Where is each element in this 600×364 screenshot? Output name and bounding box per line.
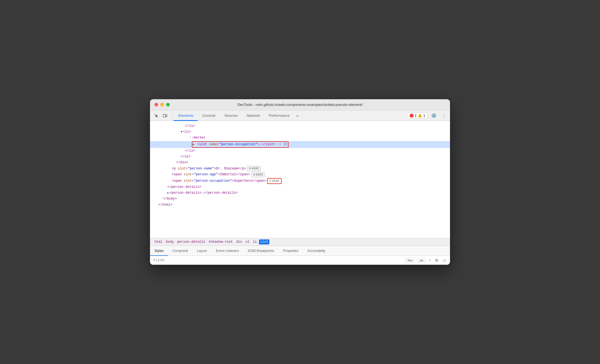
- tab-console[interactable]: Console: [198, 111, 220, 121]
- dom-line[interactable]: ▶ <person-details>…</person-details>: [150, 190, 450, 196]
- filter-actions: :hov .cls + ⊞ ◁: [405, 258, 447, 263]
- tab-dom-breakpoints[interactable]: DOM Breakpoints: [243, 246, 279, 256]
- more-options-button[interactable]: ⋮: [440, 112, 448, 120]
- breadcrumb-person-details[interactable]: person-details: [176, 239, 207, 244]
- breadcrumb-html[interactable]: html: [153, 239, 164, 244]
- tab-layout[interactable]: Layout: [192, 246, 211, 256]
- dom-line[interactable]: <span slot="person-age">Immortal</span> …: [150, 172, 450, 178]
- tab-event-listeners[interactable]: Event Listeners: [211, 246, 243, 256]
- tab-sources[interactable]: Sources: [220, 111, 242, 121]
- tab-computed[interactable]: Computed: [168, 246, 192, 256]
- bottom-panel: Styles Computed Layout Event Listeners D…: [150, 246, 450, 265]
- error-warning-badge[interactable]: 🔴 1 ⚠️ 1: [407, 113, 428, 118]
- filter-bar: :hov .cls + ⊞ ◁: [150, 256, 450, 265]
- selected-node-box: ▶ <slot name="person-occupation">…</slot…: [192, 141, 289, 148]
- dom-line[interactable]: </li>: [150, 148, 450, 154]
- tab-network[interactable]: Network: [242, 111, 265, 121]
- slot-badge[interactable]: ⊡ slot: [247, 166, 261, 171]
- breadcrumb-li[interactable]: li: [252, 239, 258, 244]
- tab-styles[interactable]: Styles: [150, 246, 168, 256]
- svg-rect-1: [166, 115, 167, 117]
- triangle-icon[interactable]: ▶: [193, 143, 195, 146]
- tab-performance[interactable]: Performance: [264, 111, 294, 121]
- dom-line[interactable]: </person-details>: [150, 184, 450, 190]
- more-tabs-button[interactable]: »: [294, 110, 301, 121]
- tab-elements[interactable]: Elements: [174, 111, 198, 121]
- error-icon: 🔴: [409, 113, 414, 118]
- window-title: DevTools - mdn.github.io/web-components-…: [238, 103, 363, 107]
- close-button[interactable]: [154, 103, 158, 106]
- highlighted-dom-line[interactable]: <span slot="person-occupation">Superhero…: [150, 178, 450, 185]
- bottom-tabs: Styles Computed Layout Event Listeners D…: [150, 246, 450, 256]
- main-tabs: Elements Console Sources Network Perform…: [174, 110, 407, 121]
- tab-properties[interactable]: Properties: [279, 246, 303, 256]
- dom-line[interactable]: <p slot="person-name">Dr. Shazaam</p> ⊡ …: [150, 166, 450, 172]
- hov-button[interactable]: :hov: [405, 258, 415, 263]
- device-toolbar-button[interactable]: [161, 112, 169, 120]
- filter-input[interactable]: [153, 258, 403, 262]
- minimize-button[interactable]: [160, 103, 164, 106]
- slot-badge-highlighted[interactable]: ⊡ slot: [267, 178, 281, 184]
- breadcrumb-div[interactable]: div: [235, 239, 243, 244]
- devtools-window: DevTools - mdn.github.io/web-components-…: [150, 99, 450, 265]
- dom-line[interactable]: ::marker: [150, 135, 450, 141]
- dom-line[interactable]: </div>: [150, 160, 450, 166]
- settings-button[interactable]: ⚙️: [430, 112, 438, 120]
- breadcrumb-ul[interactable]: ul: [244, 239, 250, 244]
- titlebar: DevTools - mdn.github.io/web-components-…: [150, 99, 450, 110]
- warning-icon: ⚠️: [418, 113, 422, 118]
- dom-line[interactable]: </body>: [150, 196, 450, 202]
- cls-button[interactable]: .cls: [417, 258, 425, 263]
- tab-accessibility[interactable]: Accessibility: [303, 246, 330, 256]
- toolbar-icon-group: [152, 110, 173, 121]
- dom-line[interactable]: </html>: [150, 202, 450, 208]
- breadcrumb-shadow-root[interactable]: #shadow-root: [207, 239, 234, 244]
- add-style-rule-button[interactable]: +: [427, 258, 432, 263]
- breadcrumb-body[interactable]: body: [165, 239, 175, 244]
- maximize-button[interactable]: [166, 103, 170, 106]
- dom-line[interactable]: </li>: [150, 123, 450, 129]
- dom-panel: </li> ▼ <li> ::marker ... ▶ <slot name="…: [150, 121, 450, 238]
- dom-line[interactable]: </ul>: [150, 154, 450, 160]
- toolbar-right: 🔴 1 ⚠️ 1 ⚙️ ⋮: [407, 110, 448, 121]
- breadcrumb-bar: html body person-details #shadow-root di…: [150, 238, 450, 246]
- sidebar-toggle-button[interactable]: ◁: [442, 258, 447, 263]
- breadcrumb-slot[interactable]: slot: [259, 239, 269, 244]
- slot-badge[interactable]: ⊡ slot: [251, 172, 265, 178]
- devtools-toolbar: Elements Console Sources Network Perform…: [150, 110, 450, 121]
- triangle-icon[interactable]: ▶: [167, 191, 169, 195]
- triangle-down-icon[interactable]: ▼: [181, 130, 182, 134]
- selected-dom-line[interactable]: ... ▶ <slot name="person-occupation">…</…: [150, 141, 450, 148]
- toggle-device-toolbar-button[interactable]: ⊞: [434, 258, 439, 263]
- dom-line[interactable]: ▼ <li>: [150, 129, 450, 135]
- inspect-element-button[interactable]: [152, 112, 160, 120]
- svg-rect-0: [163, 114, 166, 117]
- traffic-lights: [154, 103, 170, 106]
